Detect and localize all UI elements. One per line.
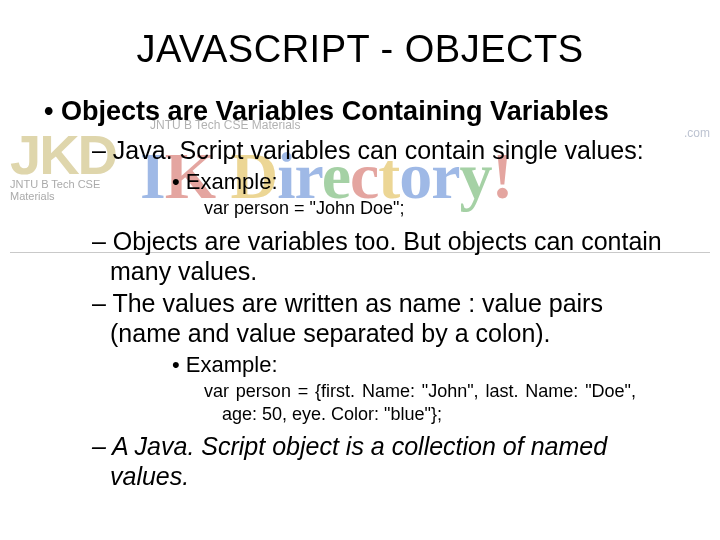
bullet-l2c: The values are written as name : value p… (92, 288, 676, 425)
bullet-l3b: Example: (172, 352, 676, 378)
bullet-l2b-text: Objects are variables too. But objects c… (110, 227, 662, 285)
slide-title: JAVASCRIPT - OBJECTS (44, 28, 676, 71)
bullet-l1: Objects are Variables Containing Variabl… (44, 95, 676, 491)
bullet-l2c-text: The values are written as name : value p… (110, 289, 603, 347)
bullet-l2a-text: Java. Script variables can contain singl… (113, 136, 644, 164)
code-example-2: var person = {first. Name: "John", last.… (222, 380, 636, 425)
bullet-l3a-text: Example: (186, 169, 278, 194)
bullet-list: Objects are Variables Containing Variabl… (44, 95, 676, 491)
bullet-l1-text: Objects are Variables Containing Variabl… (61, 96, 609, 126)
bullet-l2b: Objects are variables too. But objects c… (92, 226, 676, 286)
slide: JAVASCRIPT - OBJECTS Objects are Variabl… (0, 0, 720, 540)
bullet-l2d-text: A Java. Script object is a collection of… (110, 432, 607, 490)
bullet-l3b-text: Example: (186, 352, 278, 377)
bullet-l2a: Java. Script variables can contain singl… (92, 135, 676, 220)
bullet-l2d: A Java. Script object is a collection of… (92, 431, 676, 491)
bullet-l3a: Example: (172, 169, 676, 195)
code-example-1: var person = "John Doe"; (222, 197, 636, 220)
